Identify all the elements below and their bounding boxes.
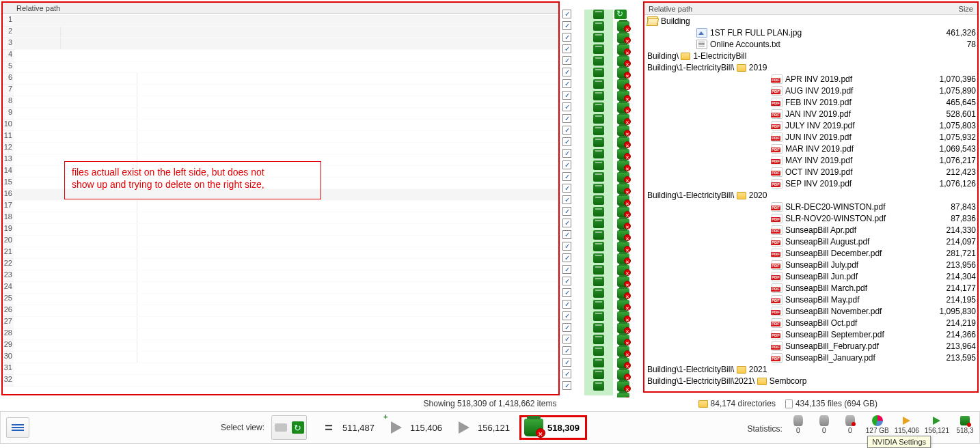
filter-delete-highlighted[interactable]: ✕ 518,309 — [519, 415, 587, 440]
file-row[interactable]: SunseapBill July.pdf213,956 — [644, 259, 977, 270]
sync-header-icon[interactable] — [614, 10, 627, 19]
folder-row[interactable]: Building\1-ElectricityBill\2021\ Sembcor… — [644, 375, 977, 387]
row-checkbox[interactable]: ✓ — [562, 230, 571, 239]
file-row[interactable]: AUG INV 2019.pdf1,075,890 — [644, 85, 977, 96]
file-row[interactable]: JUN INV 2019.pdf1,075,932 — [644, 131, 977, 143]
delete-action-icon[interactable]: ✕ — [617, 195, 629, 206]
delete-action-icon[interactable]: ✕ — [617, 381, 629, 391]
file-row[interactable]: JULY INV 2019.pdf1,075,803 — [644, 120, 977, 131]
left-row[interactable] — [14, 212, 558, 224]
left-column-header[interactable]: Relative path — [3, 3, 558, 14]
file-row[interactable]: SEP INV 2019.pdf1,076,126 — [644, 178, 977, 189]
row-checkbox[interactable]: ✓ — [562, 265, 571, 274]
left-row[interactable] — [14, 224, 558, 236]
row-checkbox[interactable]: ✓ — [562, 137, 571, 146]
row-checkbox[interactable]: ✓ — [562, 149, 571, 158]
left-row[interactable] — [14, 120, 558, 131]
file-row[interactable]: JAN INV 2019.pdf528,601 — [644, 108, 977, 120]
delete-action-icon[interactable]: ✕ — [617, 68, 629, 78]
delete-action-icon[interactable]: ✕ — [617, 33, 629, 43]
delete-action-icon[interactable]: ✕ — [617, 358, 629, 368]
left-row[interactable] — [14, 50, 558, 61]
left-row[interactable] — [14, 317, 558, 328]
delete-action-icon[interactable]: ✕ — [617, 91, 629, 101]
row-checkbox[interactable]: ✓ — [562, 56, 571, 65]
file-row[interactable]: SunseapBill May.pdf214,195 — [644, 294, 977, 305]
left-row[interactable] — [14, 27, 558, 38]
left-grid-body[interactable] — [14, 15, 558, 394]
file-row[interactable]: SunseapBill Apr.pdf214,330 — [644, 224, 977, 236]
delete-action-icon[interactable]: ✕ — [617, 253, 629, 264]
delete-action-icon[interactable]: ✕ — [617, 346, 629, 356]
delete-action-icon[interactable]: ✕ — [617, 79, 629, 89]
file-row[interactable]: MAR INV 2019.pdf1,069,543 — [644, 143, 977, 154]
filter-equal[interactable]: = 511,487 — [319, 419, 375, 436]
left-row[interactable] — [14, 61, 558, 73]
left-row[interactable] — [14, 201, 558, 212]
delete-action-icon[interactable]: ✕ — [617, 288, 629, 298]
left-row[interactable] — [14, 38, 558, 50]
file-row[interactable]: SunseapBill September.pdf214,366 — [644, 328, 977, 340]
delete-action-icon[interactable]: ✕ — [617, 172, 629, 182]
delete-action-icon[interactable]: ✕ — [617, 277, 629, 287]
left-row[interactable] — [14, 85, 558, 96]
file-row[interactable]: SunseapBill November.pdf1,095,830 — [644, 305, 977, 317]
row-checkbox[interactable]: ✓ — [562, 381, 571, 390]
row-checkbox[interactable]: ✓ — [562, 91, 571, 100]
row-checkbox[interactable]: ✓ — [562, 253, 571, 262]
row-checkbox[interactable]: ✓ — [562, 102, 571, 111]
file-row[interactable]: OCT INV 2019.pdf212,423 — [644, 166, 977, 178]
delete-action-icon[interactable]: ✕ — [617, 323, 629, 333]
delete-action-icon[interactable]: ✕ — [617, 311, 629, 322]
row-checkbox[interactable]: ✓ — [562, 369, 571, 378]
stat-pie[interactable]: 127 GB — [866, 415, 889, 434]
row-checkbox[interactable]: ✓ — [562, 79, 571, 88]
row-checkbox[interactable]: ✓ — [562, 126, 571, 135]
file-row[interactable]: Online Accounts.txt78 — [644, 38, 977, 50]
left-row[interactable] — [14, 15, 558, 27]
left-row[interactable] — [14, 108, 558, 120]
left-row[interactable] — [14, 259, 558, 270]
delete-action-icon[interactable]: ✕ — [617, 21, 629, 31]
row-checkbox[interactable]: ✓ — [562, 44, 571, 53]
file-row[interactable]: SLR-NOV20-WINSTON.pdf87,836 — [644, 212, 977, 224]
left-row[interactable] — [14, 352, 558, 363]
delete-action-icon[interactable]: ✕ — [617, 102, 629, 113]
folder-row[interactable]: Building\1-ElectricityBill\ 2021 — [644, 363, 977, 375]
file-row[interactable]: SunseapBill December.pdf281,721 — [644, 247, 977, 259]
row-checkbox[interactable]: ✓ — [562, 288, 571, 297]
stat-copy[interactable]: 156,121 — [925, 415, 949, 434]
left-row[interactable] — [14, 294, 558, 305]
right-column-header[interactable]: Relative path Size — [644, 3, 977, 15]
folder-row[interactable]: Building — [644, 15, 977, 27]
row-checkbox[interactable]: ✓ — [562, 184, 571, 193]
list-view-button[interactable] — [6, 417, 29, 438]
left-row[interactable] — [14, 143, 558, 154]
delete-action-icon[interactable]: ✕ — [617, 56, 629, 66]
left-row[interactable] — [14, 305, 558, 317]
row-checkbox[interactable]: ✓ — [562, 10, 571, 18]
row-checkbox[interactable]: ✓ — [562, 195, 571, 204]
stat-db-2[interactable]: 0 — [814, 415, 834, 434]
row-checkbox[interactable]: ✓ — [562, 219, 571, 227]
row-checkbox[interactable]: ✓ — [562, 311, 571, 320]
row-checkbox[interactable]: ✓ — [562, 358, 571, 367]
stat-db-3[interactable]: 0 — [840, 415, 860, 434]
delete-action-icon[interactable]: ✕ — [617, 230, 629, 240]
delete-action-icon[interactable]: ✕ — [617, 242, 629, 252]
file-row[interactable]: SLR-DEC20-WINSTON.pdf87,843 — [644, 201, 977, 212]
left-row[interactable] — [14, 247, 558, 259]
left-row[interactable] — [14, 131, 558, 143]
delete-action-icon[interactable]: ✕ — [617, 369, 629, 380]
row-checkbox[interactable]: ✓ — [562, 160, 571, 169]
file-row[interactable]: SunseapBill_February.pdf213,964 — [644, 340, 977, 352]
delete-action-icon[interactable]: ✕ — [617, 149, 629, 159]
file-row[interactable]: SunseapBill March.pdf214,177 — [644, 282, 977, 294]
left-row[interactable] — [14, 328, 558, 340]
row-checkbox[interactable]: ✓ — [562, 21, 571, 30]
left-row[interactable] — [14, 363, 558, 375]
left-row[interactable] — [14, 282, 558, 294]
file-row[interactable]: SunseapBill Jun.pdf214,304 — [644, 270, 977, 282]
row-checkbox[interactable]: ✓ — [562, 207, 571, 216]
folder-row[interactable]: Building\1-ElectricityBill\ 2020 — [644, 189, 977, 201]
